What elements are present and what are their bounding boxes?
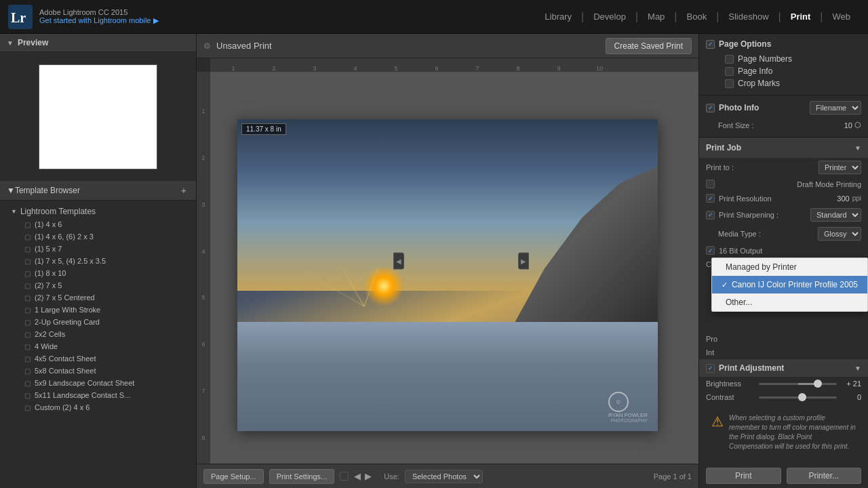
page-options-checkbox[interactable]: ✓: [706, 40, 715, 49]
print-sharpening-dropdown[interactable]: Standard: [810, 208, 861, 222]
photo-info-dropdown[interactable]: Filename: [810, 101, 861, 115]
print-to-label: Print to :: [706, 163, 734, 171]
nav-library[interactable]: Library: [535, 0, 581, 34]
bit-output-checkbox[interactable]: ✓: [706, 246, 715, 255]
nav-web[interactable]: Web: [823, 0, 861, 34]
print-adjustment-chevron: ▼: [854, 365, 861, 372]
template-item[interactable]: ▢ Custom (2) 4 x 6: [0, 401, 196, 413]
page-numbers-label: Page Numbers: [738, 54, 792, 64]
photo-info-header[interactable]: ✓ Photo Info Filename: [706, 101, 861, 115]
preview-triangle: ▼: [7, 39, 14, 47]
dropdown-item-managed[interactable]: Managed by Printer: [712, 258, 867, 276]
color-profile-dropdown: Managed by Printer ✓ Canon IJ Color Prin…: [711, 258, 868, 312]
brightness-thumb[interactable]: [814, 380, 822, 388]
dropdown-item-other[interactable]: Other...: [712, 293, 867, 311]
font-size-stepper[interactable]: ⬡: [854, 121, 861, 129]
template-group-lightroom: ▼ Lightroom Templates ▢ (1) 4 x 6 ▢ (1) …: [0, 203, 196, 415]
page-numbers-checkbox[interactable]: [725, 55, 734, 64]
template-item[interactable]: ▢ (1) 7 x 5, (4) 2.5 x 3.5: [0, 255, 196, 267]
crop-marks-checkbox[interactable]: [725, 79, 734, 88]
preview-box: [0, 52, 196, 181]
font-size-row: Font Size : 10 ⬡: [706, 119, 861, 131]
nav-slideshow[interactable]: Slideshow: [719, 0, 778, 34]
photo-info-title: Photo Info: [719, 103, 759, 113]
printer-button[interactable]: Printer...: [787, 468, 862, 484]
print-settings-button[interactable]: Print Settings...: [269, 469, 335, 484]
draft-mode-label: Draft Mode Printing: [797, 180, 861, 188]
print-to-row: Print to : Printer: [699, 158, 868, 177]
template-label: 4 Wide: [35, 342, 58, 350]
nav-prev-button[interactable]: ◀: [354, 471, 361, 481]
template-item[interactable]: ▢ (1) 5 x 7: [0, 243, 196, 255]
template-item[interactable]: ▢ 5x11 Landscape Contact S...: [0, 389, 196, 401]
brightness-label: Brightness: [706, 380, 753, 388]
nav-print[interactable]: Print: [781, 0, 821, 34]
template-label: Custom (2) 4 x 6: [35, 403, 90, 411]
page-info-checkbox[interactable]: [725, 67, 734, 76]
template-item[interactable]: ▢ (2) 7 x 5: [0, 279, 196, 291]
page-setup-button[interactable]: Page Setup...: [203, 469, 264, 484]
bottom-checkbox[interactable]: [340, 472, 349, 481]
template-item[interactable]: ▢ 5x8 Contact Sheet: [0, 365, 196, 377]
photo-info-checkbox[interactable]: ✓: [706, 104, 715, 113]
media-type-dropdown[interactable]: Glossy: [818, 227, 861, 241]
intent-label: Int: [706, 348, 714, 357]
print-canvas: © RYAN FOWLER PHOTOGRAPHY 11.37 x 8 in: [237, 119, 658, 431]
crop-marks-label: Crop Marks: [738, 79, 780, 88]
template-group-header[interactable]: ▼ Lightroom Templates: [0, 205, 196, 218]
print-adjustment-checkbox[interactable]: ✓: [706, 364, 715, 373]
ruler-top: 1 2 3 4 5 6 7 8 9 10: [210, 58, 698, 72]
template-item[interactable]: ▢ (2) 7 x 5 Centered: [0, 291, 196, 304]
template-icon: ▢: [24, 319, 31, 326]
group-name: Lightroom Templates: [20, 207, 96, 216]
preview-header[interactable]: ▼ Preview: [0, 34, 196, 52]
print-adjustment-title: Print Adjustment: [719, 363, 784, 373]
contrast-value: 0: [842, 393, 861, 401]
template-icon: ▢: [24, 343, 31, 350]
use-select[interactable]: Selected Photos: [405, 470, 483, 483]
page-numbers-row: Page Numbers: [706, 53, 861, 65]
template-item[interactable]: ▢ 1 Large With Stroke: [0, 304, 196, 316]
page-options-section: ✓ Page Options Page Numbers Page Info Cr…: [699, 34, 868, 96]
print-canvas-container[interactable]: © RYAN FOWLER PHOTOGRAPHY 11.37 x 8 in: [210, 72, 698, 464]
template-item[interactable]: ▢ 4 Wide: [0, 340, 196, 352]
template-item[interactable]: ▢ 2-Up Greeting Card: [0, 316, 196, 328]
template-item[interactable]: ▢ (1) 4 x 6: [0, 218, 196, 230]
print-sharpening-row: ✓ Print Sharpening : Standard: [699, 205, 868, 224]
print-resolution-checkbox[interactable]: ✓: [706, 194, 715, 203]
print-job-chevron: ▼: [854, 144, 861, 152]
contrast-thumb[interactable]: [798, 393, 806, 401]
add-template-button[interactable]: +: [178, 185, 189, 196]
print-resolution-value: 300: [837, 195, 849, 203]
intent-row: Int: [699, 346, 868, 359]
template-item[interactable]: ▢ (1) 4 x 6, (6) 2 x 3: [0, 230, 196, 243]
print-sharpening-checkbox[interactable]: ✓: [706, 211, 715, 220]
print-to-dropdown[interactable]: Printer: [818, 161, 861, 174]
collapse-right-panel-button[interactable]: ▶: [518, 253, 529, 270]
print-resolution-label: Print Resolution: [719, 195, 772, 203]
nav-book[interactable]: Book: [677, 0, 717, 34]
collapse-left-panel-button[interactable]: ◀: [393, 253, 404, 270]
template-icon: ▢: [24, 221, 31, 228]
template-icon: ▢: [24, 367, 31, 375]
template-item[interactable]: ▢ 4x5 Contact Sheet: [0, 352, 196, 365]
photo-watermark: © RYAN FOWLER PHOTOGRAPHY: [608, 392, 648, 423]
template-item[interactable]: ▢ (1) 8 x 10: [0, 267, 196, 279]
nav-next-button[interactable]: ▶: [365, 471, 372, 481]
page-options-header[interactable]: ✓ Page Options: [706, 39, 861, 49]
nav-map[interactable]: Map: [638, 0, 674, 34]
print-button[interactable]: Print: [706, 468, 781, 484]
template-item[interactable]: ▢ 2x2 Cells: [0, 328, 196, 340]
contrast-slider[interactable]: [759, 396, 837, 399]
nav-develop[interactable]: Develop: [584, 0, 635, 34]
brightness-slider[interactable]: [759, 383, 837, 385]
template-icon: ▢: [24, 392, 31, 399]
draft-mode-checkbox[interactable]: [706, 180, 715, 188]
dropdown-item-canon[interactable]: ✓ Canon IJ Color Printer Profile 2005: [712, 276, 867, 293]
print-job-header[interactable]: Print Job ▼: [699, 138, 868, 158]
template-item[interactable]: ▢ 5x9 Landscape Contact Sheet: [0, 377, 196, 389]
print-toolbar: ⚙ Unsaved Print Create Saved Print: [197, 34, 698, 58]
template-label: 5x11 Landscape Contact S...: [35, 391, 130, 399]
create-saved-print-button[interactable]: Create Saved Print: [606, 38, 692, 54]
right-panel: ✓ Page Options Page Numbers Page Info Cr…: [698, 34, 868, 488]
